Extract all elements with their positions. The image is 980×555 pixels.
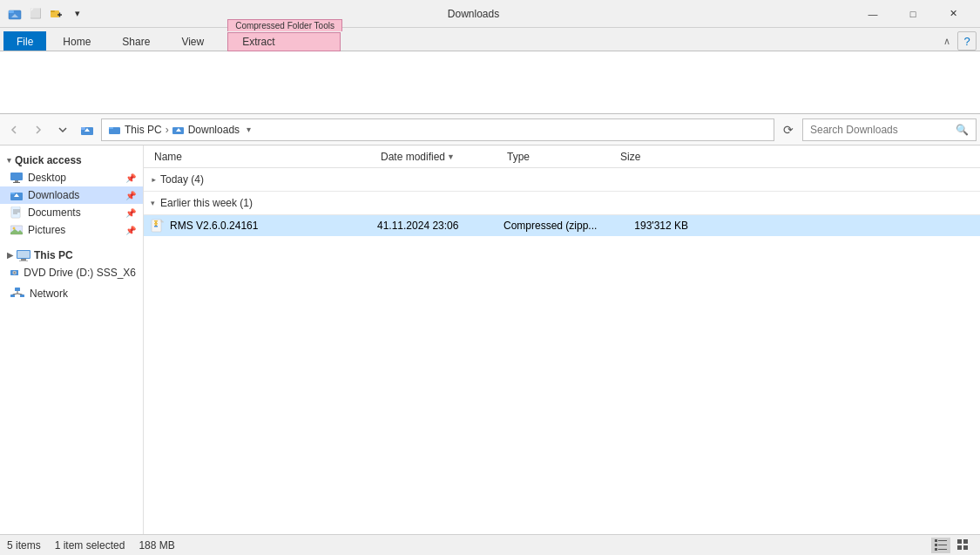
sidebar-item-desktop[interactable]: Desktop 📌 (0, 169, 143, 186)
col-header-date[interactable]: Date modified ▼ (377, 151, 504, 163)
sidebar-desktop-label: Desktop (28, 172, 66, 184)
status-item-count: 5 items (7, 539, 41, 552)
ribbon: File Home Share View Compressed Folder T… (0, 28, 980, 114)
svg-line-40 (13, 294, 18, 294)
sidebar: ▾ Quick access Desktop 📌 Downloads 📌 (0, 146, 144, 534)
svg-rect-36 (15, 288, 20, 291)
sidebar-item-pictures[interactable]: Pictures 📌 (0, 221, 143, 239)
zip-file-icon (151, 219, 165, 233)
tab-view[interactable]: View (166, 31, 219, 51)
this-pc-label: This PC (34, 249, 73, 261)
col-header-type[interactable]: Type (504, 151, 617, 163)
file-date: 41.11.2024 23:06 (377, 220, 504, 232)
forward-button[interactable] (28, 119, 49, 140)
sidebar-section-quick-access[interactable]: ▾ Quick access (0, 149, 143, 169)
file-size: 193'312 KB (617, 220, 695, 232)
path-dropdown-chevron[interactable]: ▾ (247, 125, 251, 134)
ribbon-tab-row: File Home Share View Compressed Folder T… (0, 28, 980, 51)
window-controls: — □ ✕ (853, 0, 973, 28)
svg-line-41 (17, 294, 23, 294)
quick-access-toolbar: ⬜ ▾ (26, 4, 87, 24)
details-view-btn[interactable] (931, 538, 950, 553)
svg-rect-55 (935, 548, 937, 551)
svg-rect-4 (51, 10, 55, 12)
search-icon: 🔍 (956, 124, 969, 136)
group-today[interactable]: ▾ Today (4) (144, 168, 980, 192)
main-area: ▾ Quick access Desktop 📌 Downloads 📌 (0, 146, 980, 534)
tab-home[interactable]: Home (48, 31, 105, 51)
today-label: Today (4) (160, 173, 204, 186)
ribbon-expand-btn[interactable]: ∧ (943, 36, 950, 47)
svg-rect-38 (20, 294, 24, 297)
svg-rect-14 (10, 173, 23, 180)
sidebar-downloads-label: Downloads (28, 189, 79, 201)
pictures-pin-icon: 📌 (125, 226, 136, 235)
address-path[interactable]: This PC › Downloads ▾ (101, 118, 774, 141)
svg-rect-49 (155, 225, 157, 227)
desktop-icon (10, 173, 23, 183)
app-icon (7, 6, 23, 22)
up-button[interactable] (77, 119, 98, 140)
path-downloads[interactable]: Downloads (188, 124, 240, 136)
downloads-icon (10, 190, 23, 200)
sidebar-documents-label: Documents (28, 206, 81, 219)
dvd-icon (10, 267, 18, 279)
svg-rect-11 (109, 127, 113, 129)
svg-rect-37 (10, 294, 15, 297)
status-bar-right (931, 538, 973, 553)
ribbon-help-btn[interactable]: ? (957, 31, 977, 51)
search-box[interactable]: 🔍 (802, 118, 977, 141)
file-name: RMS V2.6.0.24161 (170, 220, 258, 232)
maximize-button[interactable]: □ (893, 0, 933, 28)
file-area: Name Date modified ▼ Type Size ▾ Today (… (144, 146, 980, 534)
svg-rect-54 (938, 545, 947, 545)
tab-extract[interactable]: Extract (227, 32, 341, 51)
desktop-pin-icon: 📌 (125, 173, 136, 183)
quick-access-chevron: ▾ (7, 156, 11, 165)
sidebar-section-this-pc[interactable]: ▶ This PC (0, 244, 143, 264)
sidebar-item-documents[interactable]: Documents 📌 (0, 204, 143, 221)
sidebar-item-network[interactable]: Network (0, 285, 143, 302)
svg-rect-51 (935, 539, 937, 542)
table-row[interactable]: RMS V2.6.0.24161 41.11.2024 23:06 Compre… (144, 215, 980, 236)
path-separator-1: › (166, 124, 169, 136)
close-button[interactable]: ✕ (933, 0, 973, 28)
sidebar-item-dvd[interactable]: DVD Drive (D:) SSS_X6 (0, 264, 143, 281)
svg-rect-53 (935, 544, 937, 546)
address-bar: This PC › Downloads ▾ ⟳ 🔍 (0, 114, 980, 146)
sidebar-item-downloads[interactable]: Downloads 📌 (0, 186, 143, 204)
minimize-button[interactable]: — (853, 0, 893, 28)
column-headers: Name Date modified ▼ Type Size (144, 146, 980, 168)
tab-file[interactable]: File (3, 31, 46, 51)
col-header-name[interactable]: Name (151, 151, 377, 163)
path-this-pc[interactable]: This PC (125, 124, 162, 136)
title-bar-left: ⬜ ▾ (7, 4, 87, 24)
col-header-size[interactable]: Size (617, 151, 695, 163)
refresh-button[interactable]: ⟳ (778, 119, 799, 140)
status-selected-info: 1 item selected (55, 539, 125, 552)
this-pc-chevron: ▶ (7, 251, 13, 260)
svg-rect-29 (17, 251, 30, 258)
qat-properties-btn[interactable]: ⬜ (26, 4, 45, 24)
earlier-chevron: ▾ (151, 199, 155, 207)
recent-locations-button[interactable] (52, 119, 73, 140)
network-label: Network (30, 288, 68, 300)
svg-rect-18 (10, 193, 15, 194)
group-earlier-this-week[interactable]: ▾ Earlier this week (1) (144, 192, 980, 215)
pictures-icon (10, 225, 23, 235)
svg-rect-15 (15, 180, 18, 182)
today-chevron: ▾ (149, 178, 158, 182)
search-input[interactable] (810, 124, 952, 136)
back-button[interactable] (3, 119, 24, 140)
qat-newfolder-btn[interactable] (47, 4, 66, 24)
this-pc-icon (17, 249, 30, 261)
ribbon-context-label: Compressed Folder Tools (227, 19, 342, 31)
window-title: Downloads (94, 8, 853, 20)
sidebar-pictures-label: Pictures (28, 224, 65, 236)
large-icons-view-btn[interactable] (954, 538, 973, 553)
status-bar: 5 items 1 item selected 188 MB (0, 534, 980, 555)
qat-dropdown-btn[interactable]: ▾ (68, 4, 87, 24)
tab-share[interactable]: Share (107, 31, 165, 51)
svg-rect-21 (11, 206, 20, 218)
file-name-cell: RMS V2.6.0.24161 (151, 219, 377, 233)
